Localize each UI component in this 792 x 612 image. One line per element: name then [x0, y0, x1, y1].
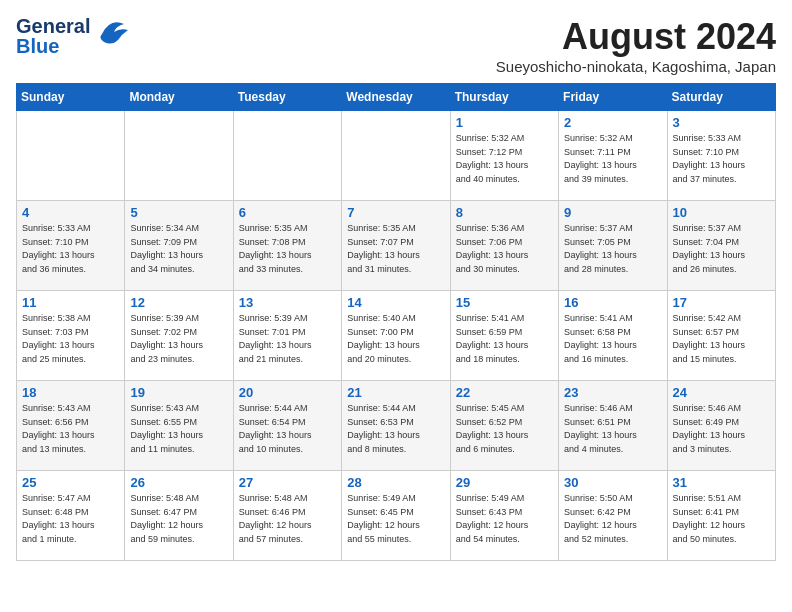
day-number: 7 — [347, 205, 444, 220]
day-info: Sunrise: 5:44 AM Sunset: 6:53 PM Dayligh… — [347, 402, 444, 456]
calendar-day-cell: 27Sunrise: 5:48 AM Sunset: 6:46 PM Dayli… — [233, 471, 341, 561]
day-number: 16 — [564, 295, 661, 310]
day-info: Sunrise: 5:32 AM Sunset: 7:12 PM Dayligh… — [456, 132, 553, 186]
logo-bird-icon — [94, 16, 132, 48]
calendar-day-cell: 1Sunrise: 5:32 AM Sunset: 7:12 PM Daylig… — [450, 111, 558, 201]
day-number: 3 — [673, 115, 770, 130]
calendar-day-cell: 8Sunrise: 5:36 AM Sunset: 7:06 PM Daylig… — [450, 201, 558, 291]
calendar-day-cell: 15Sunrise: 5:41 AM Sunset: 6:59 PM Dayli… — [450, 291, 558, 381]
logo: General Blue — [16, 16, 132, 56]
calendar-day-cell: 26Sunrise: 5:48 AM Sunset: 6:47 PM Dayli… — [125, 471, 233, 561]
day-info: Sunrise: 5:33 AM Sunset: 7:10 PM Dayligh… — [22, 222, 119, 276]
day-number: 15 — [456, 295, 553, 310]
day-number: 6 — [239, 205, 336, 220]
header-wednesday: Wednesday — [342, 84, 450, 111]
calendar-day-cell: 31Sunrise: 5:51 AM Sunset: 6:41 PM Dayli… — [667, 471, 775, 561]
day-info: Sunrise: 5:43 AM Sunset: 6:55 PM Dayligh… — [130, 402, 227, 456]
calendar-week-row: 1Sunrise: 5:32 AM Sunset: 7:12 PM Daylig… — [17, 111, 776, 201]
calendar-day-cell: 4Sunrise: 5:33 AM Sunset: 7:10 PM Daylig… — [17, 201, 125, 291]
calendar-day-cell: 17Sunrise: 5:42 AM Sunset: 6:57 PM Dayli… — [667, 291, 775, 381]
day-number: 24 — [673, 385, 770, 400]
header-saturday: Saturday — [667, 84, 775, 111]
day-number: 18 — [22, 385, 119, 400]
calendar-day-cell: 29Sunrise: 5:49 AM Sunset: 6:43 PM Dayli… — [450, 471, 558, 561]
day-info: Sunrise: 5:35 AM Sunset: 7:08 PM Dayligh… — [239, 222, 336, 276]
calendar-day-cell: 18Sunrise: 5:43 AM Sunset: 6:56 PM Dayli… — [17, 381, 125, 471]
day-info: Sunrise: 5:36 AM Sunset: 7:06 PM Dayligh… — [456, 222, 553, 276]
calendar-day-cell: 12Sunrise: 5:39 AM Sunset: 7:02 PM Dayli… — [125, 291, 233, 381]
day-info: Sunrise: 5:37 AM Sunset: 7:05 PM Dayligh… — [564, 222, 661, 276]
logo-general: General — [16, 16, 90, 36]
day-info: Sunrise: 5:32 AM Sunset: 7:11 PM Dayligh… — [564, 132, 661, 186]
day-info: Sunrise: 5:46 AM Sunset: 6:51 PM Dayligh… — [564, 402, 661, 456]
calendar-day-cell: 20Sunrise: 5:44 AM Sunset: 6:54 PM Dayli… — [233, 381, 341, 471]
calendar-day-cell: 22Sunrise: 5:45 AM Sunset: 6:52 PM Dayli… — [450, 381, 558, 471]
day-info: Sunrise: 5:35 AM Sunset: 7:07 PM Dayligh… — [347, 222, 444, 276]
calendar-day-cell: 11Sunrise: 5:38 AM Sunset: 7:03 PM Dayli… — [17, 291, 125, 381]
day-number: 21 — [347, 385, 444, 400]
day-number: 22 — [456, 385, 553, 400]
calendar-day-cell: 5Sunrise: 5:34 AM Sunset: 7:09 PM Daylig… — [125, 201, 233, 291]
day-info: Sunrise: 5:48 AM Sunset: 6:47 PM Dayligh… — [130, 492, 227, 546]
calendar-week-row: 4Sunrise: 5:33 AM Sunset: 7:10 PM Daylig… — [17, 201, 776, 291]
day-number: 19 — [130, 385, 227, 400]
calendar-day-cell: 2Sunrise: 5:32 AM Sunset: 7:11 PM Daylig… — [559, 111, 667, 201]
day-info: Sunrise: 5:45 AM Sunset: 6:52 PM Dayligh… — [456, 402, 553, 456]
day-info: Sunrise: 5:38 AM Sunset: 7:03 PM Dayligh… — [22, 312, 119, 366]
day-number: 29 — [456, 475, 553, 490]
calendar-subtitle: Sueyoshicho-ninokata, Kagoshima, Japan — [496, 58, 776, 75]
calendar-day-cell: 3Sunrise: 5:33 AM Sunset: 7:10 PM Daylig… — [667, 111, 775, 201]
day-info: Sunrise: 5:39 AM Sunset: 7:02 PM Dayligh… — [130, 312, 227, 366]
day-number: 30 — [564, 475, 661, 490]
day-number: 14 — [347, 295, 444, 310]
day-number: 23 — [564, 385, 661, 400]
day-number: 1 — [456, 115, 553, 130]
day-info: Sunrise: 5:43 AM Sunset: 6:56 PM Dayligh… — [22, 402, 119, 456]
day-number: 31 — [673, 475, 770, 490]
day-info: Sunrise: 5:40 AM Sunset: 7:00 PM Dayligh… — [347, 312, 444, 366]
calendar-day-cell: 10Sunrise: 5:37 AM Sunset: 7:04 PM Dayli… — [667, 201, 775, 291]
calendar-day-cell — [125, 111, 233, 201]
calendar-title-section: August 2024 Sueyoshicho-ninokata, Kagosh… — [496, 16, 776, 75]
day-number: 4 — [22, 205, 119, 220]
calendar-title: August 2024 — [496, 16, 776, 58]
day-number: 20 — [239, 385, 336, 400]
calendar-day-cell: 16Sunrise: 5:41 AM Sunset: 6:58 PM Dayli… — [559, 291, 667, 381]
day-info: Sunrise: 5:50 AM Sunset: 6:42 PM Dayligh… — [564, 492, 661, 546]
day-info: Sunrise: 5:33 AM Sunset: 7:10 PM Dayligh… — [673, 132, 770, 186]
day-info: Sunrise: 5:48 AM Sunset: 6:46 PM Dayligh… — [239, 492, 336, 546]
header-thursday: Thursday — [450, 84, 558, 111]
page-header: General Blue August 2024 Sueyoshicho-nin… — [16, 16, 776, 75]
day-number: 27 — [239, 475, 336, 490]
weekday-header-row: Sunday Monday Tuesday Wednesday Thursday… — [17, 84, 776, 111]
day-info: Sunrise: 5:41 AM Sunset: 6:58 PM Dayligh… — [564, 312, 661, 366]
header-tuesday: Tuesday — [233, 84, 341, 111]
calendar-day-cell: 28Sunrise: 5:49 AM Sunset: 6:45 PM Dayli… — [342, 471, 450, 561]
day-number: 13 — [239, 295, 336, 310]
calendar-week-row: 18Sunrise: 5:43 AM Sunset: 6:56 PM Dayli… — [17, 381, 776, 471]
day-info: Sunrise: 5:41 AM Sunset: 6:59 PM Dayligh… — [456, 312, 553, 366]
calendar-day-cell: 13Sunrise: 5:39 AM Sunset: 7:01 PM Dayli… — [233, 291, 341, 381]
day-info: Sunrise: 5:44 AM Sunset: 6:54 PM Dayligh… — [239, 402, 336, 456]
calendar-table: Sunday Monday Tuesday Wednesday Thursday… — [16, 83, 776, 561]
calendar-day-cell: 9Sunrise: 5:37 AM Sunset: 7:05 PM Daylig… — [559, 201, 667, 291]
day-info: Sunrise: 5:42 AM Sunset: 6:57 PM Dayligh… — [673, 312, 770, 366]
day-number: 11 — [22, 295, 119, 310]
day-number: 17 — [673, 295, 770, 310]
calendar-day-cell: 25Sunrise: 5:47 AM Sunset: 6:48 PM Dayli… — [17, 471, 125, 561]
day-info: Sunrise: 5:49 AM Sunset: 6:43 PM Dayligh… — [456, 492, 553, 546]
calendar-week-row: 11Sunrise: 5:38 AM Sunset: 7:03 PM Dayli… — [17, 291, 776, 381]
calendar-day-cell: 24Sunrise: 5:46 AM Sunset: 6:49 PM Dayli… — [667, 381, 775, 471]
calendar-day-cell: 7Sunrise: 5:35 AM Sunset: 7:07 PM Daylig… — [342, 201, 450, 291]
calendar-day-cell: 30Sunrise: 5:50 AM Sunset: 6:42 PM Dayli… — [559, 471, 667, 561]
day-number: 2 — [564, 115, 661, 130]
calendar-day-cell: 23Sunrise: 5:46 AM Sunset: 6:51 PM Dayli… — [559, 381, 667, 471]
day-info: Sunrise: 5:49 AM Sunset: 6:45 PM Dayligh… — [347, 492, 444, 546]
header-monday: Monday — [125, 84, 233, 111]
calendar-day-cell: 14Sunrise: 5:40 AM Sunset: 7:00 PM Dayli… — [342, 291, 450, 381]
header-friday: Friday — [559, 84, 667, 111]
calendar-day-cell — [17, 111, 125, 201]
day-info: Sunrise: 5:37 AM Sunset: 7:04 PM Dayligh… — [673, 222, 770, 276]
calendar-day-cell — [342, 111, 450, 201]
day-info: Sunrise: 5:47 AM Sunset: 6:48 PM Dayligh… — [22, 492, 119, 546]
